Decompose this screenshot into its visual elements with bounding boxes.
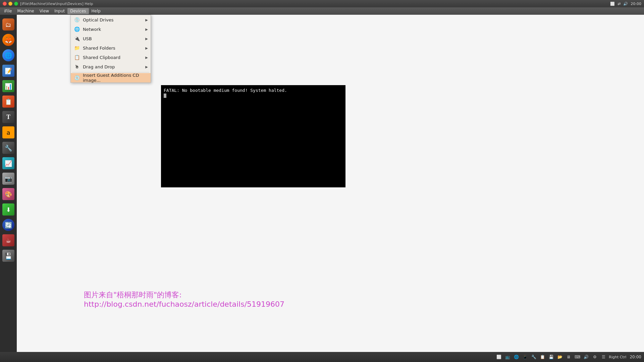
vm-cursor <box>164 93 343 98</box>
chrome-icon: 🌐 <box>2 49 14 61</box>
taskbar-icon-1[interactable]: ⬜ <box>495 354 502 360</box>
menu-file[interactable]: iFile <box>1 8 14 14</box>
fonts-icon: T <box>2 111 14 123</box>
shared-clipboard-arrow: ▶ <box>145 56 148 59</box>
taskbar-icon-8[interactable]: 📂 <box>556 354 563 360</box>
vm-screen-container: FATAL: No bootable medium found! System … <box>161 85 345 187</box>
drag-drop-icon: 🖱 <box>73 63 80 70</box>
writer-icon: 📝 <box>2 65 14 77</box>
shared-folders-arrow: ▶ <box>145 46 148 50</box>
watermark: 图片来自"梧桐那时雨"的博客: http://blog.csdn.net/fuc… <box>84 290 284 308</box>
insert-guest-label: Insert Guest Additions CD image... <box>83 73 148 83</box>
menu-item-network[interactable]: 🌐 Network ▶ <box>71 24 151 34</box>
shared-clipboard-label: Shared Clipboard <box>83 55 143 60</box>
menu-item-shared-clipboard[interactable]: 📋 Shared Clipboard ▶ <box>71 53 151 62</box>
sidebar-item-paint[interactable]: 🎨 <box>1 187 15 201</box>
maximize-dot[interactable] <box>14 2 18 6</box>
shared-clipboard-icon: 📋 <box>73 54 80 61</box>
insert-guest-icon: 💿 <box>73 74 80 81</box>
impress-icon: 📋 <box>2 96 14 108</box>
menu-input[interactable]: Input <box>52 8 67 14</box>
sidebar-item-camera[interactable]: 📷 <box>1 172 15 186</box>
titlebar-left: [iFile\Machine\View\Input\Devices] Help <box>3 2 93 6</box>
sidebar-item-download[interactable]: ⬇ <box>1 202 15 217</box>
vm-screen: FATAL: No bootable medium found! System … <box>161 85 345 187</box>
firefox-icon: 🦊 <box>2 34 14 46</box>
window-title: [iFile\Machine\View\Input\Devices] Help <box>20 2 93 6</box>
taskbar-icon-3[interactable]: 🌐 <box>513 354 520 360</box>
taskbar-icon-6[interactable]: 📋 <box>539 354 546 360</box>
sidebar-item-writer[interactable]: 📝 <box>1 64 15 78</box>
monitor-icon: 📈 <box>2 157 14 169</box>
menu-view[interactable]: View <box>37 8 52 14</box>
usb-icon: 🔌 <box>73 35 80 42</box>
optical-label: Optical Drives <box>83 17 143 22</box>
watermark-line1: 图片来自"梧桐那时雨"的博客: <box>84 290 284 300</box>
taskbar-icon-4[interactable]: 📱 <box>522 354 528 360</box>
camera-icon: 📷 <box>2 173 14 185</box>
sidebar-item-monitor[interactable]: 📈 <box>1 156 15 170</box>
menu-item-drag-drop[interactable]: 🖱 Drag and Drop ▶ <box>71 62 151 71</box>
menu-separator <box>72 72 149 72</box>
menu-item-shared-folders[interactable]: 📁 Shared Folders ▶ <box>71 43 151 53</box>
calc-icon: 📊 <box>2 80 14 92</box>
titlebar-icon-monitor: ⬜ <box>610 2 615 6</box>
taskbar-icon-13[interactable]: ☰ <box>600 354 607 360</box>
usb-label: USB <box>83 36 143 41</box>
taskbar-time: 20:00 <box>628 355 641 359</box>
sidebar-item-java[interactable]: ☕ <box>1 233 15 247</box>
menu-machine[interactable]: Machine <box>14 8 37 14</box>
menu-item-usb[interactable]: 🔌 USB ▶ <box>71 34 151 43</box>
menubar: iFile Machine View Input Devices Help <box>0 7 644 15</box>
optical-arrow: ▶ <box>145 18 148 22</box>
drag-drop-label: Drag and Drop <box>83 64 143 69</box>
drive-icon: 💾 <box>2 250 14 262</box>
minimize-dot[interactable] <box>8 2 12 6</box>
amazon-icon: a <box>2 126 14 138</box>
sidebar-item-files[interactable]: 🗂 <box>1 17 15 32</box>
files-icon: 🗂 <box>2 18 14 31</box>
sidebar-item-firefox[interactable]: 🦊 <box>1 33 15 47</box>
sync-icon: 🔄 <box>2 219 14 231</box>
network-label: Network <box>83 27 143 32</box>
taskbar-icon-7[interactable]: 💾 <box>548 354 554 360</box>
sidebar-item-calc[interactable]: 📊 <box>1 79 15 93</box>
usb-arrow: ▶ <box>145 37 148 41</box>
sidebar-item-fonts[interactable]: T <box>1 110 15 124</box>
titlebar-right: ⬜ ⇄ 🔊 20:00 <box>610 2 641 6</box>
shared-folders-icon: 📁 <box>73 45 80 51</box>
window-controls <box>3 2 18 6</box>
menu-devices[interactable]: Devices <box>67 8 89 14</box>
menu-item-insert-guest[interactable]: 💿 Insert Guest Additions CD image... <box>71 73 151 82</box>
sidebar-item-amazon[interactable]: a <box>1 125 15 139</box>
sidebar-item-tools[interactable]: 🔧 <box>1 141 15 155</box>
close-dot[interactable] <box>3 2 7 6</box>
taskbar-icon-5[interactable]: 🔧 <box>530 354 537 360</box>
sidebar-item-impress[interactable]: 📋 <box>1 95 15 109</box>
taskbar: ⬜ 📺 🌐 📱 🔧 📋 💾 📂 🖥 ⌨ 🔊 ⚙ ☰ Right Ctrl 20:… <box>0 352 644 362</box>
sidebar-item-drive[interactable]: 💾 <box>1 249 15 263</box>
download-icon: ⬇ <box>2 203 14 216</box>
menu-help[interactable]: Help <box>89 8 103 14</box>
sidebar: 🗂 🦊 🌐 📝 📊 📋 T a 🔧 📈 📷 🎨 ⬇ 🔄 ☕ 💾 <box>0 15 17 352</box>
sidebar-item-sync[interactable]: 🔄 <box>1 218 15 232</box>
network-arrow: ▶ <box>145 27 148 31</box>
devices-menu: 💿 Optical Drives ▶ 🌐 Network ▶ 🔌 USB ▶ 📁… <box>70 15 151 83</box>
tools-icon: 🔧 <box>2 142 14 154</box>
sidebar-item-chrome[interactable]: 🌐 <box>1 48 15 62</box>
drag-drop-arrow: ▶ <box>145 65 148 69</box>
titlebar-icon-swap: ⇄ <box>618 2 621 6</box>
taskbar-icon-12[interactable]: ⚙ <box>591 354 598 360</box>
titlebar-icon-volume: 🔊 <box>623 2 628 6</box>
taskbar-right-ctrl-label: Right Ctrl <box>609 355 626 359</box>
titlebar-time: 20:00 <box>631 2 641 6</box>
titlebar: [iFile\Machine\View\Input\Devices] Help … <box>0 0 644 7</box>
taskbar-icon-2[interactable]: 📺 <box>504 354 511 360</box>
taskbar-icon-11[interactable]: 🔊 <box>583 354 589 360</box>
taskbar-icon-9[interactable]: 🖥 <box>565 354 572 360</box>
paint-icon: 🎨 <box>2 188 14 200</box>
taskbar-icon-10[interactable]: ⌨ <box>574 354 581 360</box>
network-icon: 🌐 <box>73 26 80 33</box>
menu-item-optical[interactable]: 💿 Optical Drives ▶ <box>71 15 151 24</box>
vm-fatal-text: FATAL: No bootable medium found! System … <box>164 88 343 93</box>
